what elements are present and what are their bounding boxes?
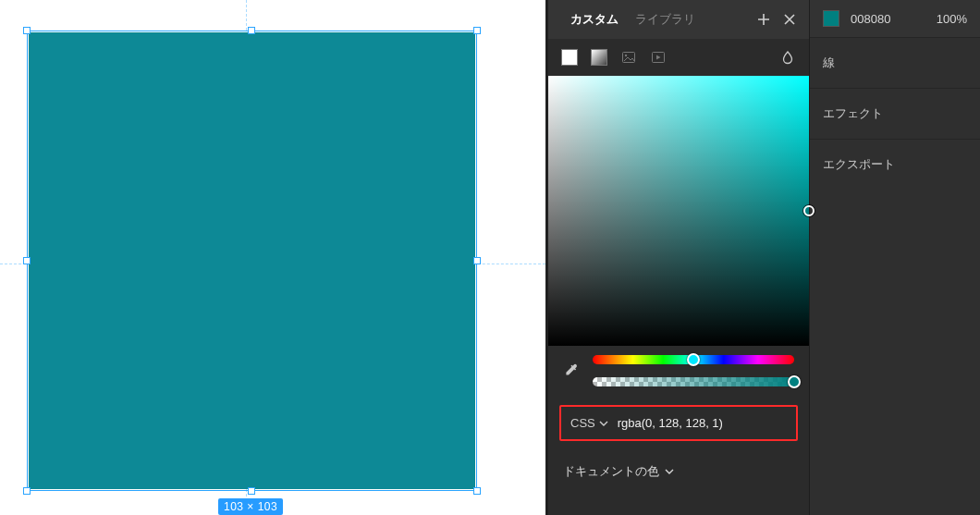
- tab-custom[interactable]: カスタム: [563, 7, 626, 31]
- resize-handle-e[interactable]: [473, 257, 481, 264]
- plus-icon: [756, 12, 771, 27]
- fill-type-row: [548, 39, 809, 76]
- droplet-icon: [780, 50, 795, 65]
- document-colors-toggle[interactable]: ドキュメントの色: [548, 441, 809, 480]
- selection-outline: [27, 31, 477, 491]
- fill-type-video[interactable]: [650, 49, 667, 66]
- saturation-value-field[interactable]: [548, 76, 809, 346]
- design-canvas[interactable]: 103 × 103: [0, 0, 545, 515]
- add-style-button[interactable]: [752, 7, 776, 31]
- resize-handle-sw[interactable]: [23, 487, 31, 495]
- stroke-section-header[interactable]: 線: [810, 37, 980, 88]
- inspector-panel: 008080 100% 線 エフェクト エクスポート: [809, 0, 980, 515]
- color-value-row: CSS rgba(0, 128, 128, 1): [559, 405, 798, 441]
- sv-cursor[interactable]: [803, 205, 815, 216]
- resize-handle-ne[interactable]: [473, 27, 481, 34]
- color-format-select[interactable]: CSS: [570, 416, 608, 430]
- close-icon: [782, 12, 797, 27]
- eyedropper-button[interactable]: [563, 362, 580, 381]
- fill-hex-input[interactable]: 008080: [851, 12, 925, 26]
- hue-slider[interactable]: [593, 355, 794, 364]
- fill-row[interactable]: 008080 100%: [810, 0, 980, 37]
- eyedropper-icon: [563, 362, 580, 378]
- resize-handle-s[interactable]: [248, 487, 255, 495]
- picker-header: カスタム ライブラリ: [548, 0, 809, 39]
- color-value-input[interactable]: rgba(0, 128, 128, 1): [618, 416, 787, 430]
- close-picker-button[interactable]: [778, 7, 802, 31]
- export-section-header[interactable]: エクスポート: [810, 139, 980, 190]
- resize-handle-nw[interactable]: [23, 27, 31, 34]
- alpha-slider[interactable]: [593, 377, 794, 386]
- fill-type-solid[interactable]: [561, 49, 578, 66]
- dimensions-badge: 103 × 103: [218, 498, 283, 515]
- resize-handle-w[interactable]: [23, 257, 31, 264]
- effects-section-header[interactable]: エフェクト: [810, 88, 980, 139]
- color-picker-panel: カスタム ライブラリ: [548, 0, 809, 515]
- resize-handle-n[interactable]: [248, 27, 255, 34]
- color-format-label: CSS: [570, 416, 595, 430]
- chevron-down-icon: [599, 419, 608, 428]
- resize-handle-se[interactable]: [473, 487, 481, 495]
- alpha-knob[interactable]: [788, 375, 801, 388]
- fill-alpha-input[interactable]: 100%: [937, 12, 967, 26]
- svg-point-1: [625, 55, 627, 56]
- fill-swatch[interactable]: [823, 10, 839, 27]
- blend-mode-button[interactable]: [779, 49, 796, 66]
- tab-library[interactable]: ライブラリ: [628, 7, 703, 31]
- chevron-down-icon: [665, 467, 674, 476]
- fill-type-gradient[interactable]: [591, 49, 607, 66]
- fill-type-image[interactable]: [620, 49, 637, 66]
- hue-knob[interactable]: [687, 353, 700, 366]
- document-colors-label: ドキュメントの色: [563, 463, 659, 480]
